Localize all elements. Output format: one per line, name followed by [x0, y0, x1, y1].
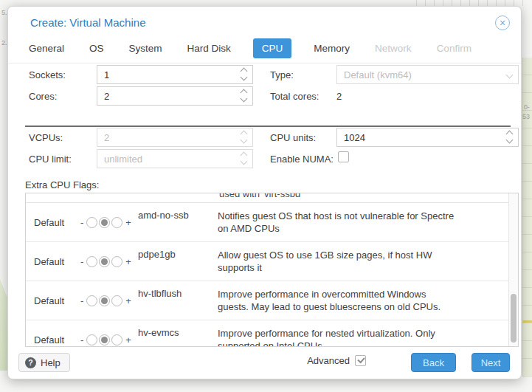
flag-value-cell: Default - + [26, 281, 138, 320]
tri-state-slider: - + [78, 295, 134, 306]
flag-state-value: Default [34, 295, 78, 306]
cpu-limit-label: CPU limit: [29, 154, 72, 165]
slider-option-off[interactable] [86, 334, 97, 345]
advanced-checkbox[interactable] [355, 355, 366, 366]
flag-state-value: Default [34, 217, 78, 228]
flag-name: hv-tlbflush [138, 281, 218, 299]
flag-value-cell: Default - + [26, 203, 138, 241]
scrollbar-thumb[interactable] [511, 294, 517, 343]
total-cores-value: 2 [336, 91, 342, 102]
tab-bar: GeneralOSSystemHard DiskCPUMemoryNetwork… [26, 36, 503, 60]
cores-field[interactable]: 2 [97, 86, 253, 106]
slider-option-on[interactable] [111, 217, 122, 228]
slider-plus-button[interactable]: + [123, 217, 134, 228]
flag-state-value: Default [34, 334, 78, 345]
type-label: Type: [270, 69, 294, 80]
tab-os[interactable]: OS [86, 38, 107, 58]
slider-option-on[interactable] [111, 295, 122, 306]
flag-value-cell: Default - + [26, 242, 138, 281]
help-button-label: Help [41, 357, 61, 368]
slider-option-on[interactable] [111, 256, 122, 267]
advanced-section-divider [25, 125, 511, 127]
tab-general[interactable]: General [26, 38, 67, 58]
flag-state-value: Default [34, 256, 78, 267]
background-axis-label: 5. [1, 9, 7, 16]
cpu-type-select: Default (kvm64) [336, 65, 519, 84]
flag-name: pdpe1gb [138, 242, 218, 260]
total-cores-label: Total cores: [270, 91, 319, 102]
slider-option-default[interactable] [99, 295, 110, 306]
cores-label: Cores: [29, 91, 57, 102]
slider-plus-button[interactable]: + [123, 334, 134, 345]
extra-cpu-flags-label: Extra CPU Flags: [25, 179, 99, 190]
flag-row: Default - + pdpe1gb Allow guest OS to us… [26, 242, 518, 281]
dialog-title: Create: Virtual Machine [30, 16, 145, 29]
slider-option-off[interactable] [86, 256, 97, 267]
spinner-arrows-icon [241, 153, 246, 164]
table-scrollbar[interactable] [508, 193, 518, 346]
spinner-arrows-icon[interactable] [507, 131, 512, 142]
sockets-label: Sockets: [29, 69, 66, 80]
tri-state-slider: - + [78, 334, 134, 345]
enable-numa-checkbox[interactable] [338, 151, 349, 162]
slider-minus-button[interactable]: - [78, 217, 86, 228]
background-chart-line [522, 320, 532, 323]
flag-row: Default - + amd-no-ssb Notifies guest OS… [26, 203, 518, 242]
next-button[interactable]: Next [471, 353, 510, 372]
slider-plus-button[interactable]: + [123, 295, 134, 306]
background-axis-label: 2. [1, 39, 7, 47]
help-icon: ? [25, 357, 36, 368]
tab-system[interactable]: System [126, 38, 165, 58]
slider-option-default[interactable] [99, 334, 110, 345]
tab-memory[interactable]: Memory [311, 38, 353, 58]
divider [8, 63, 521, 63]
slider-option-on[interactable] [111, 334, 122, 345]
sockets-field[interactable]: 1 [97, 65, 253, 84]
cpu-units-field[interactable]: 1024 [336, 128, 519, 147]
advanced-label: Advanced [307, 355, 350, 366]
sockets-value: 1 [104, 69, 109, 80]
slider-option-default[interactable] [99, 217, 110, 228]
cpu-units-label: CPU units: [270, 132, 316, 143]
cpu-units-value: 1024 [344, 132, 365, 143]
flag-name: hv-evmcs [138, 320, 218, 338]
flag-description: Allow guest OS to use 1GB size pages, if… [218, 242, 461, 281]
slider-minus-button[interactable]: - [78, 334, 86, 345]
slider-option-off[interactable] [86, 217, 97, 228]
background-axis-label: 53 [522, 113, 530, 120]
slider-plus-button[interactable]: + [123, 256, 134, 267]
clipped-table-row: used with 'virt-ssbd' [26, 193, 518, 203]
background-axis-ticks [408, 0, 526, 6]
flag-description: Improve performance for nested virtualiz… [218, 320, 461, 347]
flag-value-cell: Default - + [26, 320, 138, 347]
dialog-footer: ? Help Advanced Back Next [8, 346, 521, 379]
flag-description: Notifies guest OS that host is not vulne… [218, 203, 461, 241]
back-button[interactable]: Back [411, 353, 456, 372]
slider-minus-button[interactable]: - [78, 256, 86, 267]
clipped-description: used with 'virt-ssbd' [219, 193, 303, 199]
tab-hard-disk[interactable]: Hard Disk [184, 38, 234, 58]
cpu-flags-table: used with 'virt-ssbd' Default - + amd-no… [25, 193, 519, 347]
help-button[interactable]: ? Help [18, 353, 70, 372]
slider-minus-button[interactable]: - [78, 295, 86, 306]
close-icon[interactable]: ✕ [495, 16, 510, 30]
spinner-arrows-icon[interactable] [241, 90, 246, 101]
tri-state-slider: - + [78, 256, 134, 267]
cores-value: 2 [104, 91, 109, 102]
slider-option-off[interactable] [86, 295, 97, 306]
chevron-down-icon [507, 72, 512, 78]
tab-cpu[interactable]: CPU [253, 38, 292, 58]
vcpus-label: VCPUs: [29, 132, 63, 143]
flag-description: Improve performance in overcommitted Win… [218, 281, 461, 320]
create-vm-dialog: Create: Virtual Machine ✕ GeneralOSSyste… [7, 6, 522, 379]
vcpus-placeholder: 2 [104, 132, 109, 143]
spinner-arrows-icon[interactable] [241, 69, 246, 80]
cpu-limit-field: unlimited [97, 149, 253, 168]
tab-network: Network [372, 38, 415, 58]
background-axis-label: 0- [524, 103, 530, 111]
cpu-limit-placeholder: unlimited [104, 154, 142, 165]
slider-option-default[interactable] [99, 256, 110, 267]
enable-numa-label: Enable NUMA: [270, 154, 334, 165]
tab-confirm: Confirm [434, 38, 474, 58]
flag-row: Default - + hv-evmcs Improve performance… [26, 320, 518, 347]
